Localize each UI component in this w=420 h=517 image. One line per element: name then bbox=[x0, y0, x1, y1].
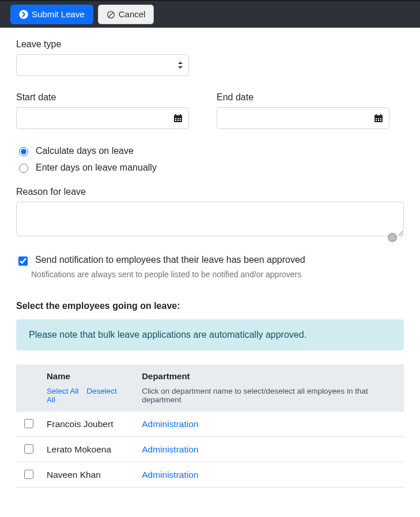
form-content: Leave type Start date bbox=[0, 28, 420, 499]
table-row: Francois JoubertAdministration bbox=[16, 412, 404, 437]
notify-checkbox-row: Send notification to employees that thei… bbox=[16, 255, 404, 267]
employee-checkbox[interactable] bbox=[24, 444, 33, 454]
arrow-circle-right-icon bbox=[19, 10, 28, 19]
svg-rect-11 bbox=[177, 120, 179, 121]
svg-rect-10 bbox=[175, 120, 176, 121]
svg-rect-16 bbox=[380, 114, 381, 116]
days-mode-radio-group: Calculate days on leave Enter days on le… bbox=[16, 145, 404, 173]
svg-rect-9 bbox=[180, 118, 181, 119]
col-dept-header: Department bbox=[136, 364, 404, 384]
toolbar: Submit Leave Cancel bbox=[0, 0, 420, 28]
dept-hint: Click on department name to select/desel… bbox=[136, 384, 404, 412]
col-name-header: Name bbox=[41, 364, 136, 384]
svg-rect-7 bbox=[175, 118, 176, 119]
reason-group: Reason for leave bbox=[16, 187, 404, 239]
svg-rect-22 bbox=[380, 120, 381, 121]
submit-leave-button[interactable]: Submit Leave bbox=[10, 5, 93, 24]
reason-label: Reason for leave bbox=[16, 187, 404, 197]
employee-dept-link[interactable]: Administration bbox=[142, 444, 198, 454]
employees-section-heading: Select the employees going on leave: bbox=[16, 301, 404, 311]
employee-name: Naveen Khan bbox=[41, 462, 136, 488]
calendar-icon[interactable] bbox=[168, 107, 189, 129]
bulk-approve-info: Please note that bulk leave applications… bbox=[16, 319, 404, 350]
svg-rect-20 bbox=[376, 120, 377, 121]
employees-table: Name Department Select All Deselect All … bbox=[16, 364, 404, 488]
svg-rect-18 bbox=[378, 118, 379, 119]
calc-days-manual-radio[interactable] bbox=[19, 164, 28, 173]
svg-rect-19 bbox=[380, 118, 381, 119]
calc-days-auto-option[interactable]: Calculate days on leave bbox=[16, 145, 404, 156]
leave-type-group: Leave type bbox=[16, 39, 404, 76]
reason-textarea[interactable] bbox=[16, 202, 404, 236]
notify-checkbox[interactable] bbox=[18, 256, 28, 266]
cancel-button[interactable]: Cancel bbox=[98, 5, 154, 24]
select-all-link[interactable]: Select All bbox=[47, 387, 79, 395]
start-date-input[interactable] bbox=[16, 107, 168, 129]
calc-days-manual-option[interactable]: Enter days on leave manually bbox=[16, 162, 404, 173]
calendar-icon[interactable] bbox=[368, 107, 389, 129]
svg-rect-21 bbox=[378, 120, 379, 121]
employee-name: Francois Joubert bbox=[41, 412, 136, 437]
end-date-group: End date bbox=[217, 92, 389, 129]
table-row: Naveen KhanAdministration bbox=[16, 462, 404, 488]
end-date-input[interactable] bbox=[217, 107, 368, 129]
svg-rect-15 bbox=[376, 114, 377, 116]
employee-dept-link[interactable]: Administration bbox=[142, 470, 198, 480]
employee-checkbox[interactable] bbox=[24, 470, 33, 479]
start-date-label: Start date bbox=[16, 92, 189, 103]
svg-rect-6 bbox=[180, 114, 181, 116]
calc-days-auto-radio[interactable] bbox=[19, 147, 28, 156]
leave-type-label: Leave type bbox=[16, 39, 404, 50]
svg-rect-8 bbox=[177, 118, 179, 119]
start-date-group: Start date bbox=[16, 92, 189, 129]
submit-leave-label: Submit Leave bbox=[32, 9, 85, 20]
svg-rect-12 bbox=[180, 120, 181, 121]
svg-point-0 bbox=[20, 10, 28, 18]
end-date-label: End date bbox=[217, 92, 389, 103]
cancel-label: Cancel bbox=[119, 9, 146, 20]
employee-checkbox[interactable] bbox=[24, 419, 33, 428]
employee-name: Lerato Mokoena bbox=[41, 437, 136, 462]
notify-help-text: Notifications are always sent to people … bbox=[31, 270, 404, 279]
leave-type-select[interactable] bbox=[16, 54, 189, 76]
svg-line-2 bbox=[108, 12, 113, 17]
table-row: Lerato MokoenaAdministration bbox=[16, 437, 404, 462]
calc-days-auto-label: Calculate days on leave bbox=[36, 146, 134, 156]
ban-icon bbox=[107, 10, 115, 19]
employee-dept-link[interactable]: Administration bbox=[142, 419, 198, 429]
notify-label: Send notification to employees that thei… bbox=[35, 255, 305, 265]
svg-rect-17 bbox=[376, 118, 377, 119]
calc-days-manual-label: Enter days on leave manually bbox=[36, 163, 157, 173]
svg-rect-5 bbox=[175, 114, 176, 116]
